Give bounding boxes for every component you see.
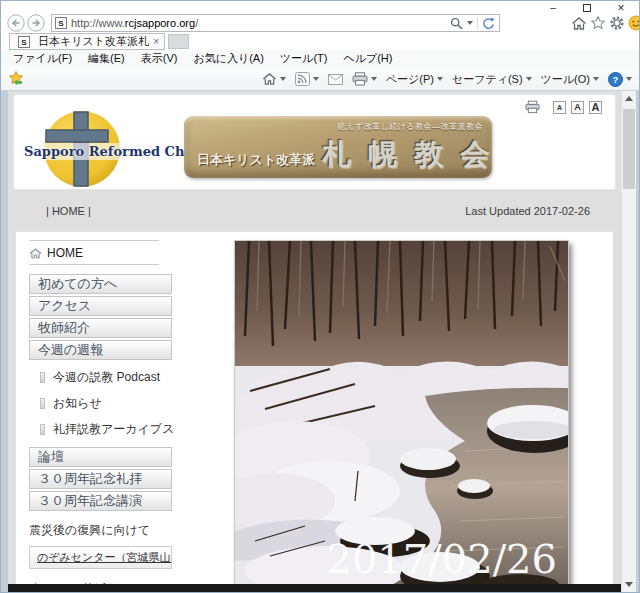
sidebar-item-pastor[interactable]: 牧師紹介 xyxy=(29,318,172,338)
vertical-scrollbar[interactable] xyxy=(621,91,636,592)
home-icon xyxy=(262,72,277,86)
tab-close-icon[interactable]: × xyxy=(153,36,159,47)
menu-help[interactable]: ヘルプ(H) xyxy=(335,51,400,66)
page-print-button[interactable] xyxy=(525,100,540,114)
browser-window: – × S http://www.rcjsapporo.org/ xyxy=(0,0,640,593)
sidebar-home-label: HOME xyxy=(47,246,83,260)
tools-menu-button[interactable]: ツール(O) xyxy=(541,72,599,87)
sidebar-item-first-visit[interactable]: 初めての方へ xyxy=(29,274,172,294)
sidebar-item-weekly-bulletin[interactable]: 今週の週報 xyxy=(29,340,172,360)
command-bar-buttons: ページ(P) セーフティ(S) ツール(O) ? xyxy=(262,70,632,88)
menu-edit[interactable]: 編集(E) xyxy=(80,51,133,66)
print-button[interactable] xyxy=(352,72,377,86)
plaque-tagline: 絶えず改革し続ける教会―改革派教会 xyxy=(338,121,483,132)
address-tools xyxy=(450,17,499,30)
tab-active[interactable]: S 日本キリスト改革派札幌教会 × xyxy=(9,33,165,50)
printer-icon xyxy=(525,100,540,114)
sidebar-subitem-news[interactable]: お知らせ xyxy=(40,395,184,412)
chrome-buttons xyxy=(571,14,640,32)
site-header: A A A xyxy=(13,94,616,190)
read-mail-button[interactable] xyxy=(328,74,343,85)
house-icon xyxy=(29,248,42,259)
menu-view[interactable]: 表示(V) xyxy=(133,51,186,66)
command-bar: ページ(P) セーフティ(S) ツール(O) ? xyxy=(1,67,639,91)
scroll-down-arrow[interactable] xyxy=(625,582,633,587)
home-icon xyxy=(571,16,587,31)
font-size-medium-button[interactable]: A xyxy=(571,101,584,114)
font-size-large-button[interactable]: A xyxy=(589,101,602,114)
subitem-label: お知らせ xyxy=(53,395,102,412)
forward-icon xyxy=(27,14,45,32)
sidebar-item-forum[interactable]: 論壇 xyxy=(29,447,172,467)
home-page-button[interactable] xyxy=(262,72,286,86)
menu-file[interactable]: ファイル(F) xyxy=(5,51,80,66)
rss-feed-button[interactable] xyxy=(295,72,319,86)
search-icon xyxy=(450,17,463,30)
rss-dropdown-caret xyxy=(313,77,319,81)
page-dropdown-caret xyxy=(437,77,443,81)
gear-icon xyxy=(609,15,625,31)
new-tab-button[interactable] xyxy=(168,34,189,49)
menu-tools[interactable]: ツール(T) xyxy=(272,51,336,66)
tab-favicon: S xyxy=(18,36,30,48)
breadcrumb[interactable]: | HOME | xyxy=(46,205,91,217)
menu-favorites[interactable]: お気に入り(A) xyxy=(185,51,271,66)
sidebar-nav: HOME 初めての方へ アクセス 牧師紹介 今週の週報 今週の説教 Podcas… xyxy=(29,240,184,592)
page-menu-label: ページ(P) xyxy=(386,72,434,87)
page-footer-bar xyxy=(8,584,623,592)
page-header-toolbar: A A A xyxy=(525,100,602,114)
tab-title: 日本キリスト改革派札幌教会 xyxy=(38,34,149,49)
back-button[interactable] xyxy=(7,14,25,32)
help-menu-button[interactable]: ? xyxy=(608,72,632,87)
plaque-denomination: 日本キリスト改革派 xyxy=(197,151,315,169)
printer-icon xyxy=(352,72,368,86)
recovery-note: 震災後の復興に向けて xyxy=(29,522,184,539)
home-button[interactable] xyxy=(571,16,587,31)
favorites-button[interactable] xyxy=(590,15,606,31)
plaque-church-name: 札幌教会 xyxy=(322,140,506,169)
add-favorites-bar-button[interactable] xyxy=(7,70,25,91)
sidebar-subitem-podcast[interactable]: 今週の説教 Podcast xyxy=(40,369,184,386)
safety-menu-label: セーフティ(S) xyxy=(452,72,523,87)
search-button[interactable] xyxy=(450,17,463,30)
photo-date: 2017/02/26 xyxy=(326,536,557,582)
main-photo: 2017/02/26 xyxy=(234,240,569,589)
page-menu-button[interactable]: ページ(P) xyxy=(386,72,443,87)
sidebar-item-access[interactable]: アクセス xyxy=(29,296,172,316)
search-dropdown-caret[interactable] xyxy=(467,21,473,25)
feedback-button[interactable] xyxy=(628,15,640,31)
divider xyxy=(477,17,478,30)
safety-menu-button[interactable]: セーフティ(S) xyxy=(452,72,532,87)
rss-icon xyxy=(295,72,310,86)
maximize-icon xyxy=(583,4,591,12)
sidebar-subitem-sermon-archive[interactable]: 礼拝説教アーカイブス xyxy=(40,421,184,438)
settings-button[interactable] xyxy=(609,15,625,31)
font-size-small-button[interactable]: A xyxy=(553,101,566,114)
home-dropdown-caret xyxy=(280,77,286,81)
webpage: A A A xyxy=(8,91,623,592)
nozomi-center-link[interactable]: のぞみセンター（宮城県山元町） xyxy=(29,546,172,569)
scrollbar-thumb[interactable] xyxy=(623,109,635,189)
winter-river-photo: 2017/02/26 xyxy=(235,241,568,588)
print-dropdown-caret xyxy=(371,77,377,81)
smiley-icon xyxy=(628,15,640,31)
bullet-bar-icon xyxy=(40,424,45,435)
url-domain: rcjsapporo.org xyxy=(125,17,195,29)
wooden-plaque: 絶えず改革し続ける教会―改革派教会 日本キリスト改革派 札幌教会 xyxy=(184,116,492,178)
sidebar-item-home[interactable]: HOME xyxy=(29,246,159,265)
mail-icon xyxy=(328,74,343,85)
tab-bar: S 日本キリスト改革派札幌教会 × xyxy=(1,33,639,50)
subitem-label: 今週の説教 Podcast xyxy=(53,369,160,386)
address-input[interactable]: S http://www.rcjsapporo.org/ xyxy=(51,14,500,32)
forward-button[interactable] xyxy=(27,14,45,32)
address-bar-row: S http://www.rcjsapporo.org/ xyxy=(1,13,639,33)
svg-text:?: ? xyxy=(613,74,619,85)
refresh-button[interactable] xyxy=(482,17,495,30)
sidebar-item-30th-lecture[interactable]: ３０周年記念講演 xyxy=(29,491,172,511)
last-updated-label: Last Updated 2017-02-26 xyxy=(465,205,590,217)
star-icon xyxy=(590,15,606,31)
scroll-up-arrow[interactable] xyxy=(625,96,633,101)
page-viewport: A A A xyxy=(1,91,639,592)
logo-text-band: Sapporo Reformed Church xyxy=(22,143,192,160)
sidebar-item-30th-worship[interactable]: ３０周年記念礼拝 xyxy=(29,469,172,489)
